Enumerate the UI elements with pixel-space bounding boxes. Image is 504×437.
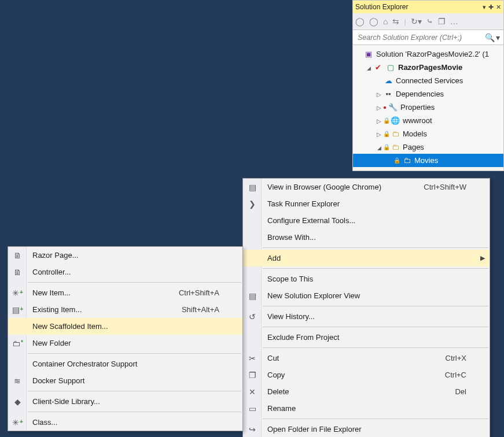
- dropdown-icon[interactable]: ▾: [483, 3, 486, 11]
- menu-label: Cut: [262, 354, 446, 362]
- menu-label: New Item...: [27, 288, 179, 297]
- history-icon: ↺: [243, 312, 262, 321]
- menu-view-history[interactable]: ↺ View History...: [243, 308, 490, 325]
- rename-icon: ▭: [243, 404, 262, 413]
- menu-add[interactable]: Add ▶: [243, 250, 490, 266]
- context-menu: ▤ View in Browser (Google Chrome) Ctrl+S…: [242, 178, 490, 437]
- menu-view-in-browser[interactable]: ▤ View in Browser (Google Chrome) Ctrl+S…: [243, 179, 490, 195]
- menu-new-item[interactable]: ✳+ New Item... Ctrl+Shift+A: [8, 284, 242, 301]
- library-icon: ◆: [8, 397, 27, 406]
- copy-icon: ❐: [243, 371, 262, 380]
- menu-shortcut: Shift+Alt+A: [182, 305, 219, 314]
- menu-delete[interactable]: ✕ Delete Del: [243, 383, 490, 400]
- chevron-right-icon: ❯: [243, 199, 262, 209]
- menu-task-runner[interactable]: ❯ Task Runner Explorer: [243, 195, 490, 212]
- models-label: Models: [403, 129, 427, 138]
- menu-controller[interactable]: 🗎 Controller...: [8, 264, 242, 280]
- scissors-icon: ✂: [243, 354, 262, 363]
- browser-icon: ▤: [243, 183, 262, 192]
- menu-label: Delete: [262, 387, 455, 396]
- dependencies-node[interactable]: ▪▪ Dependencies: [353, 87, 503, 101]
- menu-label: Copy: [262, 371, 445, 379]
- menu-label: New Scaffolded Item...: [27, 322, 219, 331]
- forward-icon[interactable]: ◯: [369, 17, 378, 26]
- close-icon[interactable]: ✕: [496, 3, 501, 11]
- checkmark-icon: ✔: [373, 63, 383, 72]
- refresh-icon[interactable]: ⤷: [426, 17, 433, 26]
- menu-label: New Solution Explorer View: [262, 291, 466, 300]
- menu-label: Add: [262, 254, 466, 262]
- menu-scope-to-this[interactable]: Scope to This: [243, 271, 490, 287]
- properties-label: Properties: [400, 103, 435, 112]
- menu-client-side-library[interactable]: ◆ Client-Side Library...: [8, 393, 242, 410]
- models-node[interactable]: 🔒 🗀 Models: [353, 127, 503, 140]
- menu-new-scaffolded-item[interactable]: New Scaffolded Item...: [8, 318, 242, 335]
- menu-label: Task Runner Explorer: [262, 199, 466, 208]
- solution-icon: ▣: [363, 50, 374, 58]
- pages-label: Pages: [403, 143, 424, 151]
- padlock-icon: 🔒: [383, 117, 390, 124]
- new-window-icon: ▤: [243, 291, 262, 301]
- menu-label: Client-Side Library...: [27, 397, 219, 406]
- menu-configure-external-tools[interactable]: Configure External Tools...: [243, 212, 490, 229]
- folder-icon: 🗀: [390, 143, 400, 151]
- new-item-icon: ✳+: [8, 288, 27, 298]
- menu-label: Container Orchestrator Support: [27, 360, 219, 368]
- back-icon[interactable]: ◯: [355, 17, 365, 26]
- menu-cut[interactable]: ✂ Cut Ctrl+X: [243, 350, 490, 366]
- solution-explorer-search[interactable]: 🔍 ▾: [353, 30, 503, 45]
- solution-explorer-panel: Solution Explorer ▾ ✚ ✕ ◯ ◯ ⌂ ⇆ | ↻▾ ⤷ ❐…: [352, 0, 504, 171]
- connected-services-node[interactable]: ☁ Connected Services: [353, 74, 503, 87]
- history-icon[interactable]: ↻▾: [411, 17, 422, 26]
- menu-new-solution-explorer-view[interactable]: ▤ New Solution Explorer View: [243, 287, 490, 304]
- movies-label: Movies: [414, 156, 438, 165]
- properties-node[interactable]: ● 🔧 Properties: [353, 101, 503, 114]
- movies-node[interactable]: 🔒 🗀 Movies: [353, 154, 503, 167]
- menu-label: Open Folder in File Explorer: [262, 425, 466, 434]
- menu-razor-page[interactable]: 🗎 Razor Page...: [8, 247, 242, 264]
- wwwroot-label: wwwroot: [403, 116, 432, 125]
- dependencies-label: Dependencies: [396, 90, 444, 98]
- menu-label: Rename: [262, 404, 466, 413]
- menu-container-orchestrator[interactable]: Container Orchestrator Support: [8, 355, 242, 372]
- search-icon[interactable]: 🔍: [485, 33, 495, 42]
- wrench-icon: 🔧: [388, 103, 398, 112]
- solution-node[interactable]: ▣ Solution 'RazorPagesMovie2.2' (1: [353, 47, 503, 61]
- solution-explorer-title: Solution Explorer: [355, 3, 408, 11]
- menu-new-folder[interactable]: 🗀* New Folder: [8, 335, 242, 351]
- menu-existing-item[interactable]: ▤+ Existing Item... Shift+Alt+A: [8, 301, 242, 318]
- menu-rename[interactable]: ▭ Rename: [243, 400, 490, 417]
- home-icon[interactable]: ⌂: [383, 17, 388, 26]
- menu-shortcut: Del: [455, 387, 466, 396]
- pin-icon[interactable]: ✚: [488, 3, 494, 11]
- folder-icon: 🗀: [390, 129, 400, 138]
- sync-icon[interactable]: ⇆: [392, 17, 399, 26]
- menu-shortcut: Ctrl+Shift+W: [424, 183, 466, 191]
- cloud-icon: ☁: [383, 76, 393, 85]
- menu-label: Razor Page...: [27, 251, 219, 260]
- red-dot-icon: ●: [383, 104, 387, 110]
- search-dropdown-icon[interactable]: ▾: [496, 33, 500, 42]
- menu-label: Configure External Tools...: [262, 216, 466, 225]
- globe-icon: 🌐: [390, 116, 400, 125]
- project-label: RazorPagesMovie: [398, 63, 462, 72]
- menu-exclude-from-project[interactable]: Exclude From Project: [243, 329, 490, 346]
- show-all-icon[interactable]: ❐: [438, 17, 446, 26]
- more-icon[interactable]: …: [450, 17, 458, 26]
- menu-docker-support[interactable]: ≋ Docker Support: [8, 372, 242, 389]
- menu-class[interactable]: ✳+ Class...: [8, 414, 242, 431]
- menu-label: Existing Item...: [27, 305, 182, 314]
- search-input[interactable]: [356, 33, 484, 42]
- delete-icon: ✕: [243, 387, 262, 397]
- menu-copy[interactable]: ❐ Copy Ctrl+C: [243, 366, 490, 383]
- page-icon: 🗎: [8, 268, 27, 277]
- menu-browse-with[interactable]: Browse With...: [243, 229, 490, 246]
- page-icon: 🗎: [8, 251, 27, 260]
- project-node[interactable]: ✔ ▢ RazorPagesMovie: [353, 61, 503, 74]
- wwwroot-node[interactable]: 🔒 🌐 wwwroot: [353, 114, 503, 127]
- project-icon: ▢: [385, 63, 396, 72]
- pages-node[interactable]: 🔒 🗀 Pages: [353, 140, 503, 154]
- solution-explorer-titlebar: Solution Explorer ▾ ✚ ✕: [353, 1, 503, 13]
- solution-explorer-toolbar: ◯ ◯ ⌂ ⇆ | ↻▾ ⤷ ❐ …: [353, 13, 503, 30]
- menu-open-in-file-explorer[interactable]: ↪ Open Folder in File Explorer: [243, 421, 490, 437]
